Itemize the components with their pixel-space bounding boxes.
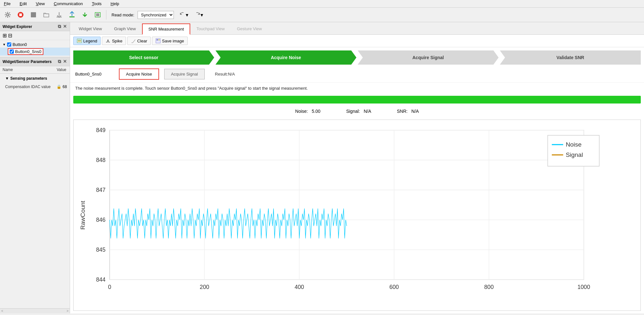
sensor-name-label: Button0_Sns0 <box>75 72 114 76</box>
svg-text:400: 400 <box>295 284 304 290</box>
step-validate-snr-label: Validate SNR <box>557 55 584 60</box>
right-panel: Widget View Graph View SNR Measurement T… <box>70 22 644 313</box>
menubar: File Edit View Communication Tools Help <box>0 0 644 8</box>
spike-label: Spike <box>112 39 122 43</box>
redo-button[interactable]: ▾ <box>192 10 205 20</box>
y-axis-label: RawCount <box>79 201 86 230</box>
svg-rect-9 <box>77 39 82 43</box>
tab-widget-view[interactable]: Widget View <box>73 23 108 34</box>
halt-icon <box>30 11 37 18</box>
noise-label: Noise: <box>295 109 308 114</box>
restore-icon-2[interactable]: ⧉ <box>58 59 61 65</box>
tab-gesture-view: Gesture View <box>231 23 268 34</box>
redo-icon <box>194 12 201 18</box>
acquire-signal-button[interactable]: Acquire Signal <box>164 69 205 79</box>
upload-button[interactable] <box>66 9 78 21</box>
chart-container: RawCount <box>73 120 641 311</box>
close-icon[interactable]: ✕ <box>63 23 67 30</box>
list-icon <box>94 11 101 18</box>
tabs: Widget View Graph View SNR Measurement T… <box>70 22 644 35</box>
params-table: Name Value ▼ Sensing parameters <box>0 66 70 90</box>
button0-checkbox[interactable] <box>7 42 11 47</box>
svg-text:600: 600 <box>389 284 399 290</box>
tab-touchpad-view: Touchpad View <box>190 23 231 34</box>
widget-explorer-icons: ⧉ ✕ <box>58 23 67 30</box>
svg-rect-4 <box>69 16 75 17</box>
spike-icon <box>105 38 111 43</box>
menu-communication[interactable]: Communication <box>52 1 85 7</box>
read-mode-select[interactable]: Synchronized <box>138 11 174 19</box>
tree-parent-button0[interactable]: ▼ Button0 <box>0 41 70 48</box>
step-acquire-signal-label: Acquire Signal <box>412 55 444 60</box>
undo-button[interactable]: ▾ <box>177 10 191 20</box>
sensor-params-header: Widget/Sensor Parameters ⧉ ✕ <box>0 57 70 66</box>
svg-text:845: 845 <box>96 247 106 253</box>
spike-button[interactable]: Spike <box>102 37 126 45</box>
menu-tools[interactable]: Tools <box>90 1 103 7</box>
svg-text:849: 849 <box>96 127 105 133</box>
signal-value: N/A <box>364 109 371 114</box>
list-button[interactable] <box>92 9 103 21</box>
acquire-noise-button[interactable]: Acquire Noise <box>119 68 159 80</box>
svg-text:Signal: Signal <box>566 151 583 158</box>
stop-button[interactable] <box>15 9 26 21</box>
tree-child-button0-sns0[interactable]: Button0_Sns0 <box>0 48 70 56</box>
clear-icon <box>131 38 136 43</box>
settings-button[interactable] <box>2 9 13 21</box>
svg-text:200: 200 <box>200 284 210 290</box>
result-text: Result:N/A <box>215 72 235 76</box>
save-image-button[interactable]: Save image <box>152 37 188 45</box>
step-acquire-noise[interactable]: Acquire Noise <box>216 50 357 65</box>
svg-point-0 <box>7 14 9 16</box>
menu-edit[interactable]: Edit <box>18 1 29 7</box>
sensor-params-title: Widget/Sensor Parameters <box>3 59 52 64</box>
step-acquire-signal[interactable]: Acquire Signal <box>358 50 499 65</box>
tab-graph-view[interactable]: Graph View <box>108 23 142 34</box>
horizontal-scrollbar[interactable]: < > <box>0 308 70 313</box>
step-select-sensor[interactable]: Select sensor <box>73 50 214 65</box>
tab-snr-measurement[interactable]: SNR Measurement <box>142 23 191 35</box>
clear-button[interactable]: Clear <box>127 37 151 45</box>
lock-icon: 🔒 <box>57 85 61 89</box>
menu-help[interactable]: Help <box>109 1 121 7</box>
tab-touchpad-label: Touchpad View <box>196 26 225 31</box>
acquire-noise-button-label: Acquire Noise <box>126 72 152 76</box>
step-select-sensor-label: Select sensor <box>129 55 158 60</box>
widget-toolbar-icon1[interactable]: ⊞ <box>3 32 7 39</box>
step-validate-snr[interactable]: Validate SNR <box>500 50 641 65</box>
legend-label: Legend <box>83 39 97 43</box>
noise-metric: Noise: 5.00 <box>295 109 321 114</box>
save-image-icon <box>156 38 161 43</box>
main-layout: Widget Explorer ⧉ ✕ ⊞ ⊟ ▼ Button0 <box>0 22 644 313</box>
sensor-params: Widget/Sensor Parameters ⧉ ✕ Name Value <box>0 57 70 308</box>
undo-redo-group: ▾ ▾ <box>177 10 205 20</box>
open-icon <box>43 11 50 18</box>
download-button[interactable] <box>53 9 65 21</box>
menu-view[interactable]: View <box>34 1 47 7</box>
signal-label: Signal: <box>346 109 360 114</box>
toolbar-separator <box>106 10 106 20</box>
tab-widget-view-label: Widget View <box>79 26 102 31</box>
legend-button[interactable]: Legend <box>73 37 101 45</box>
tab-gesture-label: Gesture View <box>237 26 262 31</box>
tab-snr-label: SNR Measurement <box>148 27 184 32</box>
scroll-indicator: < <box>1 309 3 313</box>
metrics-row: Noise: 5.00 Signal: N/A SNR: N/A <box>70 105 644 117</box>
svg-text:Noise: Noise <box>566 141 581 148</box>
legend-icon <box>77 38 82 43</box>
sync-button[interactable] <box>79 9 91 21</box>
svg-text:0: 0 <box>108 284 111 290</box>
progress-steps: Select sensor Acquire Noise Acquire Sign… <box>70 47 644 66</box>
menu-file[interactable]: File <box>2 1 13 7</box>
undo-icon <box>179 12 186 18</box>
widget-toolbar-icon2[interactable]: ⊟ <box>8 32 12 39</box>
open-button[interactable] <box>40 9 52 21</box>
restore-icon[interactable]: ⧉ <box>58 23 61 30</box>
button0-sns0-checkbox[interactable] <box>10 50 14 54</box>
status-message: The noise measurement is complete. Touch… <box>70 83 644 94</box>
halt-button[interactable] <box>28 9 39 21</box>
close-icon-2[interactable]: ✕ <box>63 59 67 65</box>
button0-label: Button0 <box>13 42 27 47</box>
svg-text:848: 848 <box>96 157 106 163</box>
stop-icon <box>17 11 24 18</box>
